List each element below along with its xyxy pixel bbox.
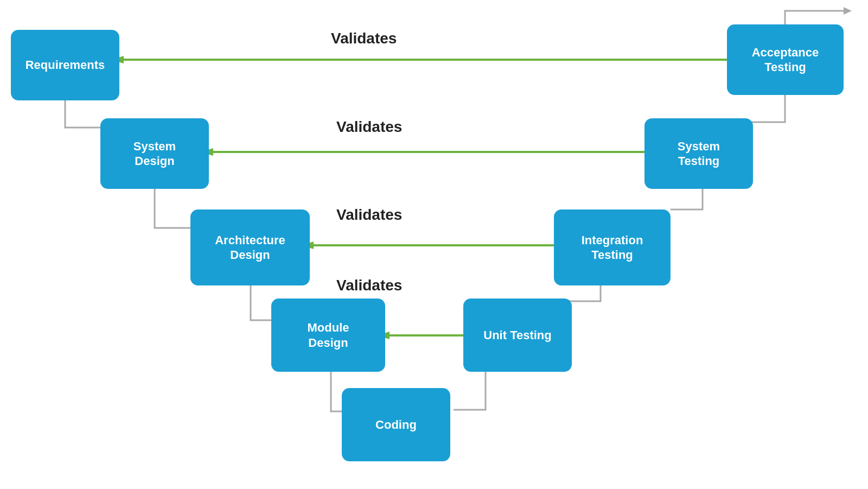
validates-label-2: Validates: [336, 118, 402, 136]
node-architecture-design: ArchitectureDesign: [190, 209, 310, 285]
node-module-design: ModuleDesign: [271, 299, 385, 372]
validates-label-1: Validates: [331, 30, 397, 47]
node-integration-testing: IntegrationTesting: [554, 209, 671, 285]
diagram: Requirements SystemDesign ArchitectureDe…: [0, 0, 868, 489]
node-requirements: Requirements: [11, 30, 119, 100]
node-system-testing: SystemTesting: [644, 118, 753, 189]
node-acceptance-testing: AcceptanceTesting: [727, 24, 844, 95]
node-coding: Coding: [342, 388, 450, 461]
validates-label-3: Validates: [336, 206, 402, 224]
node-unit-testing: Unit Testing: [463, 299, 572, 372]
node-system-design: SystemDesign: [100, 118, 209, 189]
svg-marker-4: [844, 7, 852, 15]
validates-label-4: Validates: [336, 277, 402, 294]
